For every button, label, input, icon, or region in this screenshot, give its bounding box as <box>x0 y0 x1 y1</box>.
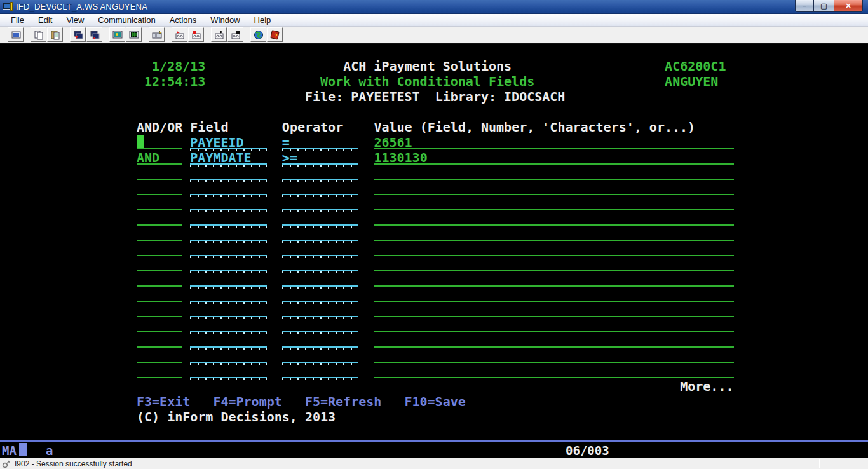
operator-field[interactable] <box>282 209 358 212</box>
value-field[interactable] <box>374 285 733 287</box>
paste-button[interactable] <box>47 27 63 42</box>
keyboard-setup-button[interactable] <box>149 27 165 42</box>
col-header-field: Field <box>190 119 228 135</box>
session-time: 12:54:13 <box>144 74 205 89</box>
andor-field[interactable] <box>137 270 182 271</box>
field-name-field[interactable] <box>190 194 266 197</box>
stop-record-button[interactable] <box>188 27 204 42</box>
andor-field[interactable] <box>137 346 182 348</box>
operator-field[interactable] <box>282 285 358 289</box>
condition-field-name: PAYMDATE <box>190 150 251 165</box>
app-window: IFD_DEV6CLT_A.WS ANGUYENA – ▢ ✕ FileEdit… <box>0 0 868 469</box>
menu-communication[interactable]: Communication <box>91 14 162 26</box>
value-field[interactable] <box>374 377 733 378</box>
andor-field[interactable] <box>137 240 182 241</box>
menu-edit[interactable]: Edit <box>31 14 59 26</box>
web-button[interactable] <box>250 27 266 42</box>
send-file-button[interactable] <box>86 27 102 42</box>
value-field[interactable] <box>374 316 733 317</box>
receive-file-button[interactable] <box>70 27 86 42</box>
field-name-field[interactable] <box>190 301 266 304</box>
value-field[interactable] <box>374 148 733 149</box>
andor-field[interactable] <box>137 209 182 210</box>
andor-field[interactable] <box>137 224 182 226</box>
close-button[interactable]: ✕ <box>834 0 863 12</box>
andor-field[interactable] <box>137 148 182 149</box>
quit-macro-button[interactable] <box>227 27 243 42</box>
display-setup-button[interactable] <box>126 27 142 42</box>
menu-view[interactable]: View <box>59 14 91 26</box>
paste-icon <box>50 30 60 40</box>
andor-field[interactable] <box>137 179 182 180</box>
menu-actions[interactable]: Actions <box>163 14 204 26</box>
copy-button[interactable] <box>31 27 46 42</box>
operator-field[interactable] <box>282 362 358 365</box>
field-name-field[interactable] <box>190 179 266 182</box>
value-field[interactable] <box>374 346 733 348</box>
condition-andor: AND <box>137 150 159 165</box>
field-name-field[interactable] <box>190 346 266 350</box>
andor-field[interactable] <box>137 331 182 332</box>
operator-field[interactable] <box>282 179 358 182</box>
operator-field[interactable] <box>282 316 358 319</box>
field-name-field[interactable] <box>190 316 266 319</box>
value-field[interactable] <box>374 194 733 195</box>
value-field[interactable] <box>374 179 733 180</box>
value-field[interactable] <box>374 163 733 165</box>
menu-help[interactable]: Help <box>247 14 278 26</box>
value-field[interactable] <box>374 362 733 363</box>
operator-field[interactable] <box>282 346 358 350</box>
field-name-field[interactable] <box>190 285 266 289</box>
operator-field[interactable] <box>282 331 358 334</box>
play-macro-button[interactable] <box>211 27 227 42</box>
operator-field[interactable] <box>282 255 358 258</box>
operator-field[interactable] <box>282 224 358 228</box>
value-field[interactable] <box>374 301 733 302</box>
operator-field[interactable] <box>282 240 358 243</box>
value-field[interactable] <box>374 331 733 332</box>
condition-value: 26561 <box>374 135 412 150</box>
play-macro-icon <box>214 30 224 40</box>
status-bar: I902 - Session successfully started <box>0 458 868 469</box>
menu-window[interactable]: Window <box>203 14 247 26</box>
display-setup-icon <box>129 30 139 40</box>
andor-field[interactable] <box>137 362 182 363</box>
color-setup-button[interactable] <box>109 27 125 42</box>
field-name-field[interactable] <box>190 362 266 365</box>
new-session-button[interactable] <box>8 27 24 42</box>
toolbar: ? <box>0 27 868 44</box>
andor-field[interactable] <box>137 301 182 302</box>
field-name-field[interactable] <box>190 240 266 243</box>
field-name-field[interactable] <box>190 331 266 334</box>
operator-field[interactable] <box>282 301 358 304</box>
field-name-field[interactable] <box>190 224 266 228</box>
value-field[interactable] <box>374 270 733 271</box>
andor-field[interactable] <box>137 255 182 256</box>
operator-field[interactable] <box>282 270 358 273</box>
field-name-field[interactable] <box>190 209 266 212</box>
value-field[interactable] <box>374 255 733 256</box>
oia-input-inhibit-block <box>19 443 27 456</box>
value-field[interactable] <box>374 209 733 210</box>
record-macro-button[interactable] <box>172 27 187 42</box>
andor-field[interactable] <box>137 377 182 378</box>
andor-field[interactable] <box>137 316 182 317</box>
web-icon <box>254 30 264 40</box>
field-name-field[interactable] <box>190 377 266 380</box>
value-field[interactable] <box>374 224 733 226</box>
minimize-button[interactable]: – <box>795 0 814 12</box>
maximize-button[interactable]: ▢ <box>814 0 834 12</box>
value-field[interactable] <box>374 240 733 241</box>
operator-field[interactable] <box>282 194 358 197</box>
terminal-screen[interactable]: MA a 06/003 1/28/13ACH iPayment Solution… <box>0 44 868 458</box>
operator-field[interactable] <box>282 377 358 380</box>
status-message: I902 - Session successfully started <box>15 459 132 468</box>
help-button[interactable]: ? <box>267 27 283 42</box>
field-name-field[interactable] <box>190 255 266 258</box>
andor-field[interactable] <box>137 194 182 195</box>
keyboard-setup-icon <box>152 30 162 40</box>
andor-field[interactable] <box>137 285 182 287</box>
field-name-field[interactable] <box>190 270 266 273</box>
terminal-cursor <box>137 135 144 148</box>
menu-file[interactable]: File <box>4 14 31 26</box>
